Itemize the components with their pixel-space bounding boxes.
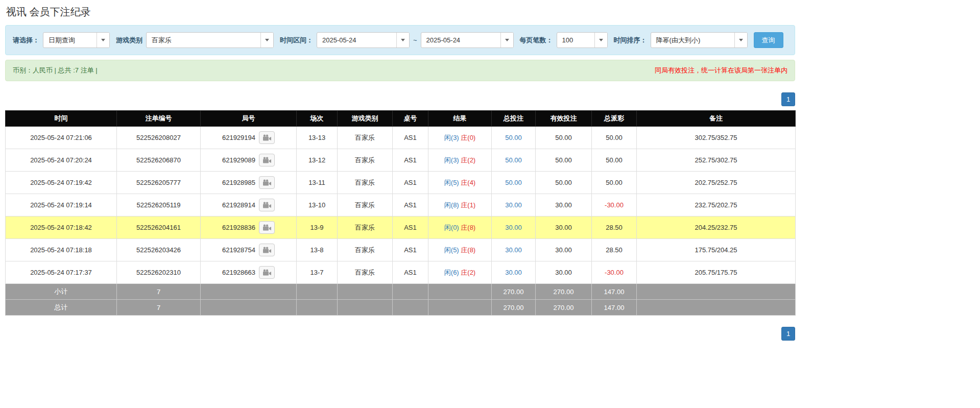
- total-bet-link[interactable]: 30.00: [505, 224, 522, 231]
- cell-total-bet: 30.00: [492, 194, 536, 217]
- sort-value: 降幂(由大到小): [651, 33, 734, 47]
- result-banker: 庄(2): [461, 269, 475, 276]
- per-page-select[interactable]: 100: [557, 32, 608, 48]
- total-bet-link[interactable]: 50.00: [505, 156, 522, 164]
- total-bet-link[interactable]: 30.00: [505, 269, 522, 276]
- result-player: 闲(0): [444, 224, 459, 231]
- cell-round-id: 621929089: [201, 149, 297, 172]
- grand-total-payout: 147.00: [592, 300, 637, 316]
- video-camera-icon: [262, 224, 272, 231]
- filter-group-sort: 时间排序： 降幂(由大到小): [614, 32, 748, 48]
- cell-round-id: 621928985: [201, 172, 297, 194]
- cell-payout: -30.00: [592, 194, 637, 217]
- video-replay-button[interactable]: [259, 221, 275, 234]
- cell-payout: 28.50: [592, 217, 637, 239]
- search-button[interactable]: 查询: [754, 32, 783, 48]
- result-banker: 庄(2): [461, 156, 475, 164]
- grand-total-empty-cell: [297, 300, 338, 316]
- grand-total-empty-cell: [637, 300, 796, 316]
- video-replay-button[interactable]: [259, 176, 275, 189]
- total-bet-link[interactable]: 50.00: [505, 179, 522, 186]
- table-row: 2025-05-24 07:19:42 522526205777 6219289…: [6, 172, 796, 194]
- table-header-row: 时间 注单编号 局号 场次 游戏类别 桌号 结果 总投注 有效投注 总派彩 备注: [6, 111, 796, 127]
- bet-records-table: 时间 注单编号 局号 场次 游戏类别 桌号 结果 总投注 有效投注 总派彩 备注…: [5, 110, 796, 316]
- cell-remark: 202.75/252.75: [637, 172, 796, 194]
- result-banker: 庄(8): [461, 246, 475, 254]
- total-bet-link[interactable]: 50.00: [505, 134, 522, 141]
- chevron-down-icon: [734, 33, 747, 47]
- cell-remark: 232.75/202.75: [637, 194, 796, 217]
- time-range-label: 时间区间：: [280, 36, 313, 45]
- table-row: 2025-05-24 07:18:18 522526203426 6219287…: [6, 239, 796, 261]
- cell-round-id: 621928754: [201, 239, 297, 261]
- page-button-1[interactable]: 1: [781, 327, 795, 341]
- filter-bar: 请选择： 日期查询 游戏类别 百家乐 时间区间： 2025-05-24 ~ 20…: [5, 25, 795, 55]
- result-player: 闲(5): [444, 246, 459, 254]
- cell-time: 2025-05-24 07:19:42: [6, 172, 117, 194]
- filter-group-date-range: 时间区间： 2025-05-24 ~ 2025-05-24: [280, 32, 514, 48]
- cell-session: 13-10: [297, 194, 338, 217]
- cell-total-bet: 30.00: [492, 261, 536, 284]
- cell-game-type: 百家乐: [338, 194, 393, 217]
- cell-valid-bet: 50.00: [536, 127, 592, 149]
- result-player: 闲(3): [444, 156, 459, 164]
- cell-table-no: AS1: [393, 149, 428, 172]
- video-camera-icon: [262, 269, 272, 276]
- total-bet-link[interactable]: 30.00: [505, 201, 522, 209]
- chevron-down-icon: [594, 33, 607, 47]
- result-banker: 庄(8): [461, 224, 475, 231]
- subtotal-row: 小计 7 270.00 270.00 147.00: [6, 284, 796, 300]
- cell-result: 闲(6) 庄(2): [428, 261, 492, 284]
- cell-remark: 204.25/232.75: [637, 217, 796, 239]
- sort-select[interactable]: 降幂(由大到小): [651, 32, 748, 48]
- video-replay-button[interactable]: [259, 199, 275, 211]
- result-banker: 庄(4): [461, 179, 475, 186]
- notice-text: 同局有效投注，统一计算在该局第一张注单内: [655, 66, 787, 75]
- per-page-value: 100: [557, 33, 594, 47]
- header-bet-id: 注单编号: [117, 111, 201, 127]
- cell-payout: 50.00: [592, 149, 637, 172]
- cell-round-id: 621928836: [201, 217, 297, 239]
- video-replay-button[interactable]: [259, 131, 275, 144]
- date-to-select[interactable]: 2025-05-24: [421, 32, 514, 48]
- video-replay-button[interactable]: [259, 244, 275, 256]
- date-from-select[interactable]: 2025-05-24: [317, 32, 410, 48]
- subtotal-payout: 147.00: [592, 284, 637, 300]
- page-button-1[interactable]: 1: [781, 92, 795, 106]
- cell-time: 2025-05-24 07:21:06: [6, 127, 117, 149]
- round-id-text: 621928663: [222, 269, 255, 276]
- subtotal-empty-cell: [393, 284, 428, 300]
- cell-result: 闲(3) 庄(2): [428, 149, 492, 172]
- cell-valid-bet: 50.00: [536, 149, 592, 172]
- result-player: 闲(5): [444, 179, 459, 186]
- grand-total-empty-cell: [428, 300, 492, 316]
- cell-table-no: AS1: [393, 217, 428, 239]
- cell-total-bet: 30.00: [492, 239, 536, 261]
- table-row: 2025-05-24 07:20:24 522526206870 6219290…: [6, 149, 796, 172]
- header-round-id: 局号: [201, 111, 297, 127]
- filter-group-per-page: 每页笔数： 100: [520, 32, 608, 48]
- cell-valid-bet: 30.00: [536, 217, 592, 239]
- header-time: 时间: [6, 111, 117, 127]
- cell-result: 闲(3) 庄(0): [428, 127, 492, 149]
- game-type-label: 游戏类别: [116, 36, 142, 45]
- video-camera-icon: [262, 134, 272, 141]
- cell-session: 13-8: [297, 239, 338, 261]
- query-type-select[interactable]: 日期查询: [43, 32, 110, 48]
- header-payout: 总派彩: [592, 111, 637, 127]
- game-type-select[interactable]: 百家乐: [146, 32, 274, 48]
- video-camera-icon: [262, 202, 272, 208]
- total-bet-link[interactable]: 30.00: [505, 246, 522, 254]
- subtotal-valid-bet: 270.00: [536, 284, 592, 300]
- video-replay-button[interactable]: [259, 154, 275, 166]
- grand-total-empty-cell: [338, 300, 393, 316]
- cell-session: 13-12: [297, 149, 338, 172]
- cell-bet-id: 522526205119: [117, 194, 201, 217]
- grand-total-row: 总计 7 270.00 270.00 147.00: [6, 300, 796, 316]
- video-replay-button[interactable]: [259, 266, 275, 279]
- query-type-value: 日期查询: [43, 33, 97, 47]
- header-session: 场次: [297, 111, 338, 127]
- cell-valid-bet: 30.00: [536, 261, 592, 284]
- cell-table-no: AS1: [393, 172, 428, 194]
- cell-result: 闲(0) 庄(8): [428, 217, 492, 239]
